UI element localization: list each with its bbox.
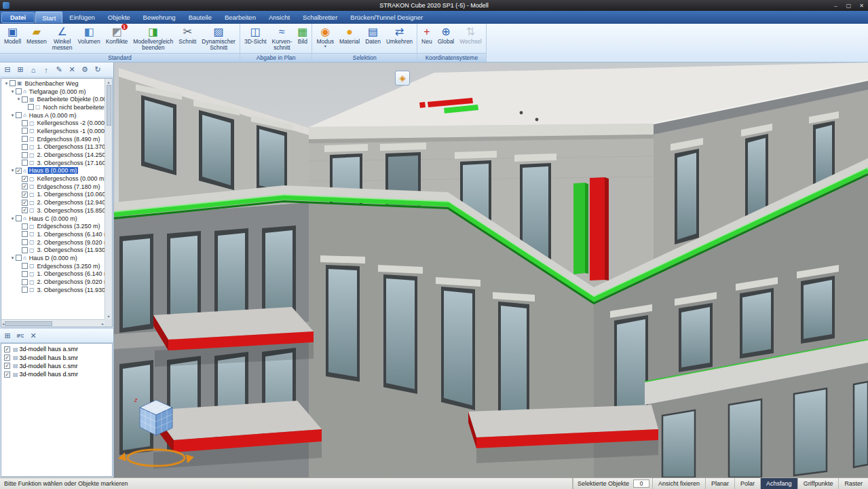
ribbon-button-daten[interactable]: ▤Daten: [362, 24, 383, 53]
tree-item-checkbox[interactable]: [22, 279, 28, 285]
tree-item[interactable]: ▢3. Obergeschoss (11.930 m): [1, 246, 105, 254]
tree-item[interactable]: ▾⌂Haus D (0.000 m): [1, 254, 105, 262]
model-file-item[interactable]: ✓▤3d-modell haus c.smr: [1, 362, 112, 370]
menu-tab-bauteile[interactable]: Bauteile: [183, 12, 218, 23]
file-checkbox[interactable]: ✓: [4, 372, 10, 378]
tree-item[interactable]: ✓▢1. Obergeschoss (10.060 m): [1, 191, 105, 199]
tree-item-checkbox[interactable]: [16, 88, 22, 94]
tree-item[interactable]: ▾⌂Haus C (0.000 m): [1, 215, 105, 223]
refresh-icon[interactable]: ↻: [92, 64, 104, 75]
file-checkbox[interactable]: ✓: [4, 363, 10, 369]
status-toggle-planar[interactable]: Planar: [705, 478, 734, 489]
tree-item-checkbox[interactable]: [22, 287, 28, 293]
home-icon[interactable]: ⌂: [27, 64, 39, 75]
ribbon-button-neu[interactable]: +Neu: [419, 24, 435, 53]
expander-icon[interactable]: ▾: [10, 255, 16, 261]
tree-item[interactable]: ▢Kellergeschoss -2 (0.000 m): [1, 119, 105, 127]
ribbon-button-umkehren[interactable]: ⇄Umkehren: [383, 24, 415, 53]
minimize-button[interactable]: –: [829, 1, 842, 10]
tree-item-checkbox[interactable]: [22, 271, 28, 277]
delete-icon[interactable]: ✕: [66, 64, 78, 75]
scroll-down-icon[interactable]: ▾: [107, 314, 109, 319]
tree-item-checkbox[interactable]: [16, 215, 22, 221]
file-checkbox[interactable]: ✓: [4, 346, 10, 352]
viewport-view-settings-button[interactable]: ◈: [395, 71, 410, 86]
tree-item-checkbox[interactable]: ✓: [16, 168, 22, 174]
tree-item[interactable]: ▾▣Büchenbacher Weg: [1, 79, 105, 88]
tree-item-checkbox[interactable]: ✓: [22, 183, 28, 189]
expander-icon[interactable]: ▾: [3, 81, 10, 86]
tree-item-checkbox[interactable]: [22, 120, 28, 126]
scroll-right-icon[interactable]: ▸: [102, 321, 104, 326]
model-file-item[interactable]: ✓▤3d-modell haus a.smr: [1, 345, 112, 353]
tree-item[interactable]: ▢Erdgeschoss (3.250 m): [1, 262, 105, 270]
viewport-3d-model[interactable]: z: [114, 62, 868, 477]
menu-tab-bewehrung[interactable]: Bewehrung: [137, 12, 182, 23]
ifc-icon[interactable]: IFC: [14, 330, 26, 342]
tree-item[interactable]: ▢2. Obergeschoss (9.020 m): [1, 278, 105, 286]
up-icon[interactable]: ↑: [40, 64, 52, 75]
scroll-thumb[interactable]: [107, 85, 111, 126]
tree-item[interactable]: ▢3. Obergeschoss (11.930 m): [1, 286, 105, 294]
scroll-up-icon[interactable]: ▴: [107, 79, 109, 84]
menu-tab-ansicht[interactable]: Ansicht: [263, 12, 296, 23]
tree-item-checkbox[interactable]: [28, 104, 34, 110]
menu-tab-bearbeiten[interactable]: Bearbeiten: [219, 12, 262, 23]
ribbon-button-global[interactable]: ⊕Global: [435, 24, 457, 53]
ribbon-button-dynamischer-schnitt[interactable]: ▨Dynamischer Schnitt: [199, 24, 238, 53]
tree-item-checkbox[interactable]: ✓: [22, 176, 28, 182]
ribbon-button-wechsel[interactable]: ⇅Wechsel: [457, 24, 484, 53]
file-checkbox[interactable]: ✓: [4, 355, 10, 361]
tree-item[interactable]: ▢Noch nicht bearbeitete Elen: [1, 103, 105, 111]
scroll-left-icon[interactable]: ◂: [2, 321, 4, 326]
tree-item[interactable]: ▾⌂Haus A (0.000 m): [1, 111, 105, 120]
ribbon-button-3d-sicht[interactable]: ◫3D-Sicht: [242, 24, 269, 53]
tree-item-checkbox[interactable]: [22, 160, 28, 166]
tree-item[interactable]: ▾▦Bearbeitete Objekte (0.000 m): [1, 95, 105, 103]
add-model-icon[interactable]: ⊞: [1, 330, 14, 342]
tree-item[interactable]: ▢Erdgeschoss (3.250 m): [1, 222, 105, 230]
tree-item-checkbox[interactable]: ✓: [22, 192, 28, 198]
settings-icon[interactable]: ⚙: [79, 64, 91, 75]
expand-all-icon[interactable]: ⊞: [14, 64, 26, 75]
tree-item[interactable]: ✓▢2. Obergeschoss (12.940 m): [1, 198, 105, 206]
remove-icon[interactable]: ✕: [27, 330, 39, 342]
menu-tab-einfügen[interactable]: Einfügen: [63, 12, 101, 23]
model-file-item[interactable]: ✓▤3d-modell haus d.smr: [1, 370, 112, 378]
tree-item[interactable]: ✓▢Kellergeschoss (0.000 m): [1, 175, 105, 183]
expander-icon[interactable]: ▾: [10, 113, 16, 118]
menu-tab-objekte[interactable]: Objekte: [102, 12, 136, 23]
status-toggle-achsfang[interactable]: Achsfang: [760, 478, 797, 489]
tree-item-checkbox[interactable]: ✓: [22, 200, 28, 206]
tree-item[interactable]: ▢2. Obergeschoss (9.020 m): [1, 238, 105, 247]
ribbon-button-volumen[interactable]: ◧Volumen: [75, 24, 103, 53]
scroll-thumb[interactable]: [5, 321, 52, 326]
expander-icon[interactable]: ▾: [10, 216, 16, 221]
tree-vertical-scrollbar[interactable]: ▴ ▾: [105, 79, 112, 319]
tree-item[interactable]: ▢2. Obergeschoss (14.250 m): [1, 151, 105, 159]
tree-item[interactable]: ▾⌂Tiefgarage (0.000 m): [1, 88, 105, 96]
tree-item[interactable]: ▢Kellergeschoss -1 (0.000 m): [1, 127, 105, 135]
tree-item[interactable]: ✓▢3. Obergeschoss (15.850 m): [1, 206, 105, 215]
status-toggle-polar[interactable]: Polar: [734, 478, 760, 489]
ribbon-button-modus[interactable]: ◉Modus▾: [314, 24, 337, 53]
close-button[interactable]: ✕: [855, 1, 868, 10]
ribbon-button-winkel-messen[interactable]: ∠Winkel messen: [50, 24, 75, 53]
tree-item-checkbox[interactable]: [22, 136, 28, 142]
viewport-3d[interactable]: z ◈: [114, 62, 868, 477]
model-file-item[interactable]: ✓▤3d-modell haus b.smr: [1, 353, 112, 361]
tree-item-checkbox[interactable]: [22, 223, 28, 230]
tree-item-checkbox[interactable]: [22, 263, 28, 269]
tree-item-checkbox[interactable]: [16, 112, 22, 118]
tree-horizontal-scrollbar[interactable]: ◂ ▸: [1, 319, 105, 327]
tree-item-checkbox[interactable]: [22, 152, 28, 158]
file-menu-button[interactable]: Datei: [1, 12, 35, 23]
ribbon-button-material[interactable]: ●Material: [337, 24, 362, 53]
tree-item-checkbox[interactable]: [16, 255, 22, 261]
menu-tab-brücken-tunnel-designer[interactable]: Brücken/Tunnel Designer: [344, 12, 429, 23]
tree-item-checkbox[interactable]: [22, 128, 28, 134]
tree-item-checkbox[interactable]: [10, 80, 16, 86]
status-toggle-raster[interactable]: Raster: [838, 478, 868, 489]
tree-item[interactable]: ▢1. Obergeschoss (11.370 m): [1, 143, 105, 151]
ribbon-button-konflikte[interactable]: ◩1Konflikte: [103, 24, 131, 53]
